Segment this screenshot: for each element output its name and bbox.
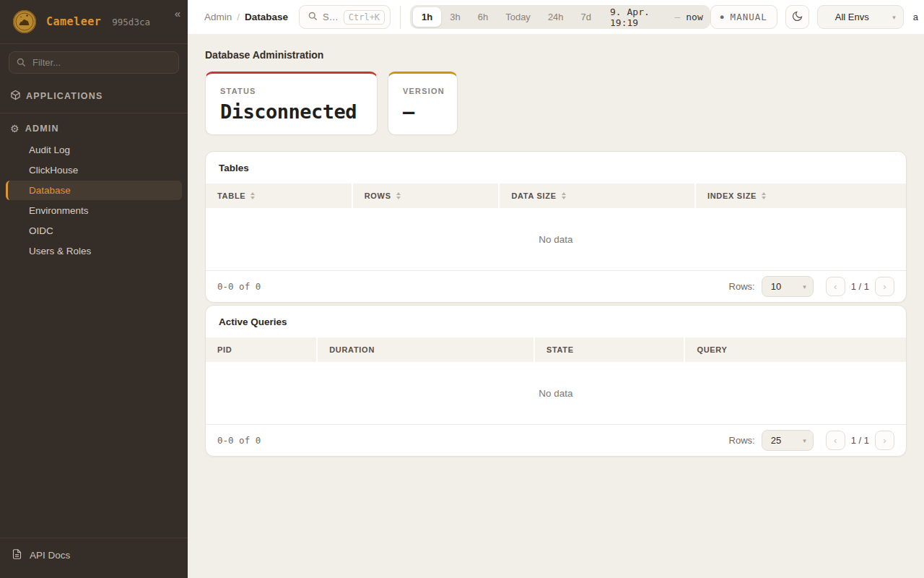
time-range-text: 9. Apr. 19:19 — now: [610, 7, 703, 28]
sidebar: Cameleer 995d3ca « APPLICATIONS ⚙ ADMIN …: [0, 0, 188, 578]
brand-name: Cameleer: [46, 15, 101, 28]
prev-page-button[interactable]: ‹: [826, 431, 845, 450]
search-icon: [308, 11, 318, 23]
sidebar-item-audit-log[interactable]: Audit Log: [6, 140, 182, 160]
tables-panel-title: Tables: [206, 152, 906, 184]
time-range-today[interactable]: Today: [497, 7, 539, 27]
column-header-pid[interactable]: PID: [206, 337, 318, 362]
time-range-7d[interactable]: 7d: [572, 7, 600, 27]
sidebar-collapse-button[interactable]: «: [175, 7, 180, 20]
status-card-label: STATUS: [220, 87, 362, 95]
queries-range-text: 0-0 of 0: [217, 435, 261, 446]
time-to[interactable]: now: [686, 12, 702, 22]
sidebar-item-clickhouse[interactable]: ClickHouse: [6, 160, 182, 180]
tables-header-row: TABLE ROWS DATA SIZE INDEX SIZE: [206, 184, 906, 208]
version-card-value: —: [403, 100, 443, 123]
rows-per-page-select[interactable]: 25 ▾: [762, 430, 814, 451]
tables-pagination: 0-0 of 0 Rows: 10 ▾ ‹ 1 / 1 ›: [206, 270, 906, 302]
active-queries-panel: Active Queries PID DURATION STATE QUERY: [205, 305, 907, 457]
sidebar-footer: API Docs: [0, 538, 188, 578]
column-header-state[interactable]: STATE: [535, 337, 686, 362]
api-docs-label: API Docs: [30, 550, 70, 561]
sidebar-item-users-roles[interactable]: Users & Roles: [6, 241, 182, 261]
breadcrumb-current: Database: [245, 12, 288, 22]
version-card-label: VERSION: [403, 87, 443, 95]
time-from[interactable]: 9. Apr. 19:19: [610, 7, 668, 28]
column-header-query[interactable]: QUERY: [685, 337, 906, 362]
tables-range-text: 0-0 of 0: [217, 281, 261, 292]
sort-icon: [562, 192, 566, 199]
cameleer-coin-icon: [12, 9, 38, 35]
column-header-rows[interactable]: ROWS: [353, 184, 500, 208]
brand: Cameleer 995d3ca: [46, 15, 150, 28]
rows-per-page-select[interactable]: 10 ▾: [762, 276, 814, 297]
time-range-1h[interactable]: 1h: [413, 7, 441, 27]
moon-icon: [791, 10, 803, 25]
time-range-3h[interactable]: 3h: [441, 7, 468, 27]
rows-per-page-label: Rows:: [729, 281, 755, 292]
sort-icon: [250, 192, 255, 199]
page-title: Database Administration: [205, 49, 907, 61]
next-page-button[interactable]: ›: [875, 277, 894, 296]
section-label: APPLICATIONS: [26, 91, 103, 101]
column-header-index-size[interactable]: INDEX SIZE: [696, 184, 906, 208]
breadcrumb: Admin / Database: [204, 12, 288, 22]
column-header-data-size[interactable]: DATA SIZE: [500, 184, 696, 208]
search-shortcut-badge: Ctrl+K: [344, 10, 385, 25]
refresh-mode-button[interactable]: ● MANUAL: [710, 5, 777, 29]
chevron-down-icon: ▾: [803, 437, 806, 444]
time-range-6h[interactable]: 6h: [469, 7, 497, 27]
sidebar-nav: Audit Log ClickHouse Database Environmen…: [0, 139, 188, 262]
brand-build-hash: 995d3ca: [112, 17, 150, 27]
status-card: STATUS Disconnected: [205, 72, 378, 135]
page-indicator: 1 / 1: [851, 281, 869, 292]
queries-header-row: PID DURATION STATE QUERY: [206, 337, 906, 362]
sidebar-section-applications[interactable]: APPLICATIONS: [0, 84, 188, 108]
status-dot-icon: ●: [720, 14, 725, 20]
status-card-value: Disconnected: [220, 100, 362, 123]
sidebar-section-admin[interactable]: ⚙ ADMIN: [0, 118, 188, 139]
chevron-down-icon: ▾: [892, 14, 896, 21]
next-page-button[interactable]: ›: [875, 431, 894, 450]
theme-toggle-button[interactable]: [785, 5, 809, 29]
tables-pagination-controls: Rows: 10 ▾ ‹ 1 / 1 ›: [729, 276, 894, 297]
version-card: VERSION —: [388, 72, 458, 135]
chevron-down-icon: ▾: [803, 283, 806, 290]
column-header-table[interactable]: TABLE: [206, 184, 353, 208]
app-logo[interactable]: [12, 9, 38, 35]
time-range-control: 1h 3h 6h Today 24h 7d 9. Apr. 19:19 — no…: [410, 5, 710, 29]
column-header-duration[interactable]: DURATION: [318, 337, 535, 362]
pager: ‹ 1 / 1 ›: [826, 277, 894, 296]
gear-icon: ⚙: [10, 124, 20, 134]
sidebar-item-environments[interactable]: Environments: [6, 201, 182, 220]
time-range-24h[interactable]: 24h: [539, 7, 572, 27]
sidebar-filter-input[interactable]: [9, 51, 179, 74]
topbar-right: ● MANUAL All Envs ▾ a: [710, 5, 918, 29]
prev-page-button[interactable]: ‹: [826, 277, 845, 296]
rows-per-page-value: 25: [771, 435, 781, 446]
rows-per-page-value: 10: [771, 281, 781, 292]
tables-panel: Tables TABLE ROWS DATA SIZE: [205, 151, 907, 303]
topbar: Admin / Database S… Ctrl+K 1h 3h 6h Toda…: [188, 0, 924, 34]
section-label: ADMIN: [25, 124, 59, 134]
env-selector-value: All Envs: [835, 12, 869, 22]
api-docs-link[interactable]: API Docs: [12, 548, 176, 562]
document-icon: [12, 548, 22, 562]
env-selector[interactable]: All Envs ▾: [817, 5, 904, 29]
app-root: Cameleer 995d3ca « APPLICATIONS ⚙ ADMIN …: [0, 0, 924, 578]
queries-empty-state: No data: [206, 362, 906, 424]
rows-per-page-label: Rows:: [729, 435, 755, 446]
user-menu-clipped[interactable]: a: [913, 12, 918, 22]
page-indicator: 1 / 1: [851, 435, 869, 446]
breadcrumb-admin[interactable]: Admin: [204, 12, 232, 22]
sort-icon: [762, 192, 766, 199]
sidebar-item-oidc[interactable]: OIDC: [6, 221, 182, 241]
sidebar-item-database[interactable]: Database: [6, 181, 182, 200]
breadcrumb-separator: /: [237, 12, 240, 22]
active-queries-panel-title: Active Queries: [206, 306, 906, 337]
time-dash: —: [674, 12, 680, 22]
global-search-button[interactable]: S… Ctrl+K: [299, 5, 391, 29]
pager: ‹ 1 / 1 ›: [826, 431, 894, 450]
sidebar-filter: [9, 51, 179, 74]
tables-empty-state: No data: [206, 208, 906, 270]
